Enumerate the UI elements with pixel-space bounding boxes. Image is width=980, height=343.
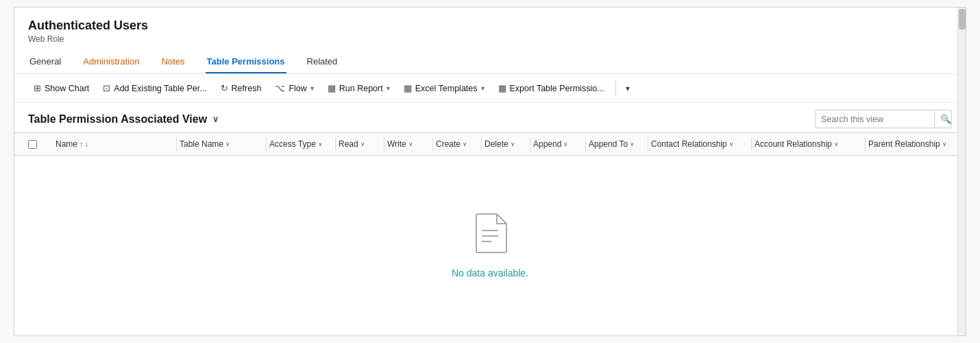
view-header: Table Permission Associated View ∨ 🔍 xyxy=(14,103,966,132)
page-header: Authenticated Users Web Role xyxy=(14,8,966,44)
select-all-checkbox[interactable] xyxy=(28,140,37,149)
delete-chevron-icon: ∨ xyxy=(511,141,515,147)
add-existing-icon: ⊡ xyxy=(103,83,110,93)
toolbar-more-button[interactable]: ▾ xyxy=(622,80,634,97)
empty-state-icon xyxy=(472,213,508,259)
run-report-button[interactable]: ▦ Run Report ▾ xyxy=(322,80,395,97)
col-header-create[interactable]: Create ∨ xyxy=(433,135,481,153)
export-table-button[interactable]: ▦ Export Table Permissio... xyxy=(493,80,610,97)
tab-related[interactable]: Related xyxy=(306,52,339,73)
tab-table-permissions[interactable]: Table Permissions xyxy=(206,52,286,73)
refresh-button[interactable]: ↻ Refresh xyxy=(215,80,267,97)
excel-chevron-icon: ▾ xyxy=(481,84,485,92)
col-header-write[interactable]: Write ∨ xyxy=(384,135,432,153)
col-header-name[interactable]: Name ↑ ↓ xyxy=(53,135,176,153)
column-headers: Name ↑ ↓ Table Name ∨ Access Type ∨ Read… xyxy=(14,132,966,156)
col-header-append-to[interactable]: Append To ∨ xyxy=(586,135,648,153)
flow-button[interactable]: ⌥ Flow ▾ xyxy=(269,80,319,97)
toolbar-divider xyxy=(615,80,616,97)
export-icon: ▦ xyxy=(498,83,506,93)
access-type-chevron-icon: ∨ xyxy=(318,141,323,147)
col-header-access-type[interactable]: Access Type ∨ xyxy=(267,135,335,153)
col-header-append[interactable]: Append ∨ xyxy=(530,135,585,153)
empty-state: No data available. xyxy=(14,156,966,335)
search-box: 🔍 xyxy=(815,110,952,128)
append-chevron-icon: ∨ xyxy=(563,141,568,147)
table-name-chevron-icon: ∨ xyxy=(225,141,230,147)
show-chart-icon: ⊞ xyxy=(34,83,41,93)
col-header-table-name[interactable]: Table Name ∨ xyxy=(177,135,266,153)
account-rel-chevron-icon: ∨ xyxy=(834,141,839,147)
app-container: Authenticated Users Web Role General Adm… xyxy=(14,7,966,336)
add-existing-button[interactable]: ⊡ Add Existing Table Per... xyxy=(97,80,212,97)
tabs-bar: General Administration Notes Table Permi… xyxy=(14,44,966,74)
page-subtitle: Web Role xyxy=(28,34,952,44)
parent-rel-chevron-icon: ∨ xyxy=(942,141,947,147)
page-title: Authenticated Users xyxy=(28,19,952,33)
col-header-read[interactable]: Read ∨ xyxy=(336,135,384,153)
col-header-contact-relationship[interactable]: Contact Relationship ∨ xyxy=(648,135,751,153)
tab-administration[interactable]: Administration xyxy=(82,52,140,73)
view-title-chevron-icon: ∨ xyxy=(212,115,219,124)
col-header-delete[interactable]: Delete ∨ xyxy=(482,135,530,153)
run-report-chevron-icon: ▾ xyxy=(387,84,390,92)
scrollbar-thumb[interactable] xyxy=(959,9,966,29)
flow-chevron-icon: ▾ xyxy=(310,84,314,92)
tab-notes[interactable]: Notes xyxy=(160,52,186,73)
run-report-icon: ▦ xyxy=(328,83,336,93)
col-header-parent-relationship[interactable]: Parent Relationship ∨ xyxy=(866,135,961,153)
view-title[interactable]: Table Permission Associated View ∨ xyxy=(28,113,219,126)
tab-general[interactable]: General xyxy=(28,52,62,73)
write-chevron-icon: ∨ xyxy=(408,141,413,147)
refresh-icon: ↻ xyxy=(221,83,228,93)
read-chevron-icon: ∨ xyxy=(360,141,365,147)
col-header-account-relationship[interactable]: Account Relationship ∨ xyxy=(752,135,865,153)
checkbox-column xyxy=(28,140,53,149)
append-to-chevron-icon: ∨ xyxy=(630,141,635,147)
empty-state-text: No data available. xyxy=(452,268,528,279)
search-input[interactable] xyxy=(816,111,934,128)
view-title-text: Table Permission Associated View xyxy=(28,113,207,126)
show-chart-button[interactable]: ⊞ Show Chart xyxy=(28,80,95,97)
excel-templates-button[interactable]: ▦ Excel Templates ▾ xyxy=(398,80,490,97)
excel-icon: ▦ xyxy=(404,83,412,93)
name-sort-asc-icon: ↑ xyxy=(79,141,83,148)
create-chevron-icon: ∨ xyxy=(463,141,467,147)
flow-icon: ⌥ xyxy=(275,83,285,93)
search-button[interactable]: 🔍 xyxy=(934,110,952,128)
name-sort-desc-icon: ↓ xyxy=(85,141,88,148)
toolbar: ⊞ Show Chart ⊡ Add Existing Table Per...… xyxy=(14,74,966,103)
scrollbar[interactable] xyxy=(957,8,966,335)
contact-rel-chevron-icon: ∨ xyxy=(729,141,734,147)
